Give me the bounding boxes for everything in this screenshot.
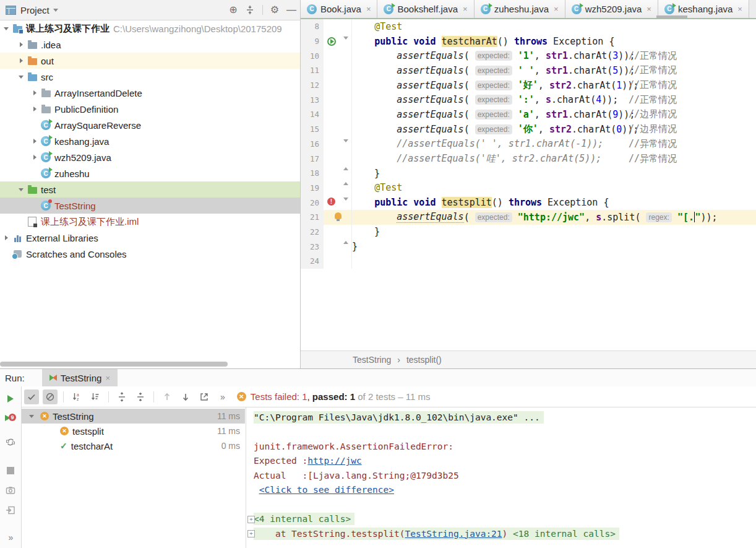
fold-expand-icon[interactable]: + <box>247 530 255 537</box>
chevron-down-icon[interactable] <box>27 415 37 418</box>
close-icon[interactable]: × <box>554 4 559 14</box>
previous-failed-test-icon[interactable] <box>160 389 174 404</box>
run-console[interactable]: "C:\Program Files\Java\jdk1.8.0_102\bin\… <box>246 407 756 548</box>
line-number[interactable]: 23 <box>301 239 324 254</box>
line-number[interactable]: 12 <box>301 78 324 93</box>
line-number[interactable]: 11 <box>301 63 324 78</box>
chevron-down-icon[interactable] <box>16 76 26 79</box>
editor-tab-Book.java[interactable]: CBook.java× <box>301 0 377 18</box>
close-icon[interactable]: × <box>366 4 371 14</box>
code-text[interactable]: public void testsplit() throws Exception… <box>352 195 756 210</box>
code-text[interactable]: @Test <box>352 19 756 34</box>
test-node-testcharAt[interactable]: ✓testcharAt0 ms <box>22 438 245 453</box>
tree-row-External-Libraries[interactable]: External Libraries <box>0 230 300 246</box>
open-in-new-window-icon[interactable] <box>197 389 212 404</box>
intention-bulb-icon[interactable] <box>335 212 341 219</box>
breadcrumb-method[interactable]: testsplit() <box>406 355 442 365</box>
code-line-11[interactable]: 11 assertEquals( expected: ' ', str1.cha… <box>301 63 756 78</box>
code-text[interactable] <box>352 254 756 269</box>
tree-row--.iml[interactable]: 课上练习及课下作业.iml <box>0 214 300 230</box>
code-text[interactable]: assertEquals( expected: ':', s.charAt(4)… <box>352 92 756 107</box>
code-area[interactable]: 8 @Test9 public void testcharAt() throws… <box>301 19 756 269</box>
line-number[interactable]: 16 <box>301 137 324 152</box>
line-number[interactable]: 15 <box>301 122 324 137</box>
code-text[interactable]: assertEquals( expected: '1', str1.charAt… <box>352 48 756 63</box>
horizontal-scrollbar-thumb[interactable] <box>0 362 228 367</box>
line-number[interactable]: 14 <box>301 107 324 122</box>
code-line-22[interactable]: 22 } <box>301 225 756 240</box>
console-link[interactable]: http://jwc <box>307 456 361 466</box>
code-line-14[interactable]: 14 assertEquals( expected: 'a', str1.cha… <box>301 107 756 122</box>
code-text[interactable]: assertEquals( expected: '你', str2.charAt… <box>352 122 756 137</box>
tree-row-Scratches-and-Consoles[interactable]: Scratches and Consoles <box>0 246 300 262</box>
line-number[interactable]: 10 <box>301 48 324 63</box>
tree-row-.idea[interactable]: .idea <box>0 37 300 53</box>
code-line-18[interactable]: 18 } <box>301 166 756 181</box>
code-text[interactable]: assertEquals( expected: 'a', str1.charAt… <box>352 107 756 122</box>
chevron-right-icon[interactable] <box>16 42 26 47</box>
sort-by-duration-icon[interactable] <box>88 389 103 404</box>
close-icon[interactable]: × <box>105 373 110 383</box>
code-text[interactable]: } <box>352 225 756 240</box>
code-line-19[interactable]: 19 @Test <box>301 181 756 196</box>
console-link[interactable]: TestString.java:21 <box>405 529 502 539</box>
line-number[interactable]: 21 <box>301 210 324 225</box>
tree-row-keshang.java[interactable]: Ckeshang.java <box>0 133 300 149</box>
run-tab-teststring[interactable]: TestString × <box>42 369 118 386</box>
test-node-TestString[interactable]: ✕TestString11 ms <box>22 409 245 424</box>
code-text[interactable]: //assertEquals(' ', str1.charAt(-1));//异… <box>352 137 756 152</box>
chevron-right-icon[interactable] <box>30 107 40 111</box>
code-line-15[interactable]: 15 assertEquals( expected: '你', str2.cha… <box>301 122 756 137</box>
run-icon[interactable] <box>0 395 21 402</box>
line-number[interactable]: 24 <box>301 254 324 269</box>
breadcrumb-class[interactable]: TestString <box>353 355 391 365</box>
code-line-23[interactable]: 23} <box>301 239 756 254</box>
line-number[interactable]: 8 <box>301 19 324 34</box>
code-line-13[interactable]: 13 assertEquals( expected: ':', s.charAt… <box>301 92 756 107</box>
tree-row-ArrayInsertandDelete[interactable]: ArrayInsertandDelete <box>0 85 300 101</box>
test-node-testsplit[interactable]: ✕testsplit11 ms <box>22 424 245 438</box>
line-number[interactable]: 9 <box>301 34 324 49</box>
tree-row-PublicDefinition[interactable]: PublicDefinition <box>0 101 300 117</box>
code-line-10[interactable]: 10 assertEquals( expected: '1', str1.cha… <box>301 48 756 63</box>
hide-panel-icon[interactable]: — <box>286 5 296 15</box>
code-line-20[interactable]: 20! public void testsplit() throws Excep… <box>301 195 756 210</box>
show-ignored-icon[interactable] <box>43 389 58 404</box>
tree-row-TestString[interactable]: CTestString <box>0 198 300 214</box>
expand-all-icon[interactable] <box>114 389 129 404</box>
project-view-selector[interactable]: Project <box>20 5 49 15</box>
more-actions-icon[interactable]: » <box>220 392 225 402</box>
chevron-right-icon[interactable] <box>30 139 40 144</box>
line-number[interactable]: 19 <box>301 181 324 196</box>
chevron-down-icon[interactable] <box>1 27 11 30</box>
code-line-12[interactable]: 12 assertEquals( expected: '好', str2.cha… <box>301 78 756 93</box>
show-passed-icon[interactable] <box>24 389 39 404</box>
code-line-16[interactable]: 16 //assertEquals(' ', str1.charAt(-1));… <box>301 137 756 152</box>
more-options-icon[interactable]: » <box>0 533 21 542</box>
chevron-right-icon[interactable] <box>16 58 26 63</box>
gear-icon[interactable]: ⚙ <box>270 5 279 15</box>
tree-row--[interactable]: 课上练习及课下作业C:\Users\wangzihong\Desktop\201… <box>0 20 300 37</box>
stop-icon[interactable] <box>0 467 21 474</box>
line-number[interactable]: 13 <box>301 92 324 107</box>
run-test-icon[interactable] <box>327 37 336 46</box>
code-line-24[interactable]: 24 <box>301 254 756 269</box>
editor-tab-zuheshu.java[interactable]: Czuheshu.java× <box>475 0 565 18</box>
close-icon[interactable]: × <box>646 4 651 14</box>
console-link[interactable]: <Click to see difference> <box>259 485 394 495</box>
line-number[interactable]: 18 <box>301 166 324 181</box>
code-text[interactable]: assertEquals( expected: ' ', str1.charAt… <box>352 63 756 78</box>
code-text[interactable]: @Test <box>352 181 756 196</box>
next-failed-test-icon[interactable] <box>178 389 193 404</box>
locate-file-icon[interactable]: ⊕ <box>229 5 237 15</box>
editor-tab-Bookshelf.java[interactable]: CBookshelf.java× <box>377 0 474 18</box>
chevron-right-icon[interactable] <box>30 155 40 160</box>
chevron-down-icon[interactable] <box>16 188 26 191</box>
tree-row-out[interactable]: out <box>0 53 300 69</box>
failed-test-run-icon[interactable]: ! <box>327 198 335 206</box>
chevron-right-icon[interactable] <box>1 235 11 240</box>
tab-scrollbar-thumb[interactable] <box>656 15 687 18</box>
code-text[interactable]: assertEquals( expected: '好', str2.charAt… <box>352 78 756 93</box>
tree-row-src[interactable]: src <box>0 69 300 85</box>
fold-expand-icon[interactable]: + <box>247 516 255 523</box>
